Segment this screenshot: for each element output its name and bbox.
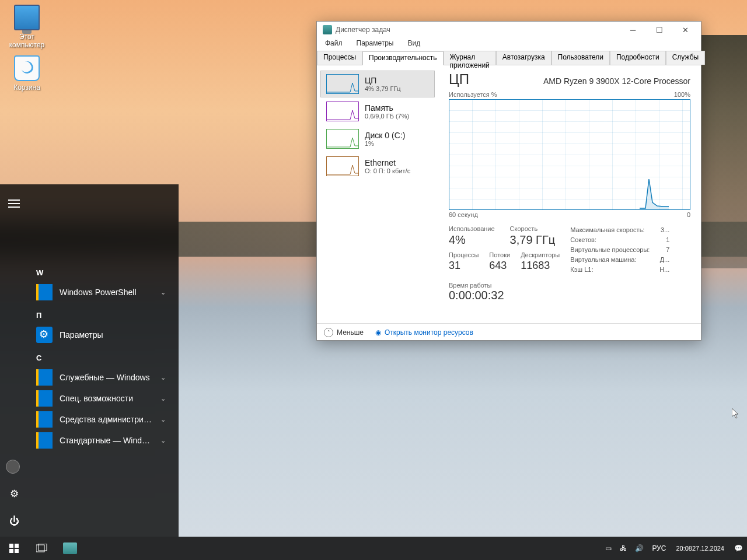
resource-name: ЦП — [365, 76, 401, 85]
start-menu-letter[interactable]: W — [36, 268, 170, 277]
desktop-icon-label: Корзина — [5, 83, 49, 92]
tabs-bar: ПроцессыПроизводительностьЖурнал приложе… — [317, 51, 701, 65]
mouse-cursor — [732, 408, 739, 419]
tab-Процессы[interactable]: Процессы — [317, 51, 362, 65]
start-button[interactable] — [0, 537, 28, 560]
chart-label-tl: Используется % — [449, 91, 497, 98]
tab-Производительность[interactable]: Производительность — [362, 51, 443, 65]
desktop-icon-this-pc[interactable]: Этот компьютер — [5, 5, 49, 49]
resource-ЦП[interactable]: ЦП4% 3,79 ГГц — [320, 71, 435, 97]
stat-block: Использование4% — [449, 225, 495, 247]
start-menu-item[interactable]: Параметры — [36, 324, 170, 345]
start-menu-item[interactable]: Стандартные — Windows⌄ — [36, 430, 170, 451]
cpu-properties: Максимальная скорость:3...Сокетов:1Вирту… — [570, 225, 669, 275]
resource-Ethernet[interactable]: EthernetО: 0 П: 0 кбит/с — [320, 153, 435, 180]
user-avatar-icon[interactable] — [6, 460, 20, 474]
chevron-down-icon: ⌄ — [160, 395, 166, 402]
chart-icon: ◉ — [375, 328, 381, 337]
desktop: Этот компьютер Корзина WWindows PowerShe… — [0, 0, 747, 560]
stat-value: 643 — [489, 260, 510, 272]
start-menu-item[interactable]: Спец. возможности⌄ — [36, 388, 170, 409]
property-key: Виртуальная машина: — [570, 255, 636, 265]
cpu-property-row: Сокетов:1 — [570, 235, 669, 245]
menu-item[interactable]: Вид — [405, 38, 423, 51]
cpu-model: AMD Ryzen 9 3900X 12-Core Processor — [543, 76, 690, 86]
stat-block: Скорость3,79 ГГц — [510, 225, 556, 247]
tray-language[interactable]: РУС — [648, 537, 670, 560]
chevron-down-icon: ⌄ — [160, 416, 166, 424]
stat-value: 3,79 ГГц — [510, 233, 556, 247]
resource-value: 0,6/9,0 ГБ (7%) — [365, 113, 409, 120]
folder-icon — [36, 432, 53, 449]
settings-icon[interactable]: ⚙ — [6, 485, 22, 502]
stat-value: 11683 — [521, 260, 560, 272]
resource-thumbnail — [326, 74, 359, 94]
chevron-down-icon: ⌄ — [160, 437, 166, 444]
resource-Диск 0 (C:)[interactable]: Диск 0 (C:)1% — [320, 125, 435, 152]
start-menu-letter[interactable]: С — [36, 354, 170, 362]
taskbar-app-taskmgr[interactable] — [56, 537, 84, 560]
resource-thumbnail — [326, 129, 359, 149]
stat-value: 31 — [449, 260, 479, 272]
menu-item[interactable]: Файл — [323, 38, 345, 51]
start-menu-item[interactable]: Средства администрировани...⌄ — [36, 409, 170, 430]
chart-label-br: 0 — [687, 211, 690, 218]
property-key: Кэш L1: — [570, 265, 593, 275]
property-value: 1 — [666, 235, 669, 245]
tray-clock[interactable]: 20:08 27.12.2024 — [670, 537, 730, 560]
titlebar[interactable]: Диспетчер задач ─ ☐ ✕ — [317, 22, 701, 38]
close-button[interactable]: ✕ — [672, 22, 699, 38]
windows-logo-icon — [9, 544, 19, 553]
folder-icon — [36, 369, 53, 386]
tray-notification-icon[interactable]: ▭ — [601, 537, 616, 560]
taskmgr-app-icon — [323, 25, 332, 34]
folder-icon — [36, 390, 53, 407]
taskbar: ▭ 🖧 🔊 РУС 20:08 27.12.2024 💬 — [0, 537, 747, 560]
start-menu-item-label: Средства администрировани... — [60, 415, 153, 424]
start-menu-item[interactable]: Служебные — Windows⌄ — [36, 367, 170, 388]
minimize-button[interactable]: ─ — [620, 22, 646, 38]
tray-date: 27.12.2024 — [692, 544, 724, 552]
start-menu-item[interactable]: Windows PowerShell⌄ — [36, 282, 170, 303]
task-view-button[interactable] — [28, 537, 56, 560]
start-menu-item-label: Стандартные — Windows — [60, 436, 153, 445]
tray-volume-icon[interactable]: 🔊 — [631, 537, 648, 560]
menu-item[interactable]: Параметры — [354, 38, 396, 51]
start-menu: WWindows PowerShell⌄ППараметрыССлужебные… — [0, 184, 179, 537]
chart-line — [640, 174, 669, 209]
stat-block: Потоки643 — [489, 251, 510, 272]
maximize-button[interactable]: ☐ — [646, 22, 672, 38]
cpu-usage-chart — [449, 99, 690, 210]
tab-Службы[interactable]: Службы — [666, 51, 705, 65]
property-key: Сокетов: — [570, 235, 596, 245]
stat-label: Скорость — [510, 225, 556, 232]
chart-label-bl: 60 секунд — [449, 211, 478, 218]
monitor-icon — [14, 5, 40, 30]
tab-Пользователи[interactable]: Пользователи — [551, 51, 610, 65]
tab-Автозагрузка[interactable]: Автозагрузка — [496, 51, 551, 65]
stat-value: 4% — [449, 233, 495, 247]
desktop-icon-recycle-bin[interactable]: Корзина — [5, 55, 49, 92]
chevron-up-icon: ˄ — [324, 328, 333, 337]
recycle-bin-icon — [14, 55, 40, 81]
hamburger-icon[interactable] — [8, 200, 20, 208]
resource-value: 1% — [365, 140, 405, 147]
uptime-value: 0:00:00:32 — [449, 289, 690, 302]
tray-time: 20:08 — [676, 544, 692, 552]
tray-network-icon[interactable]: 🖧 — [616, 537, 631, 560]
menubar: ФайлПараметрыВид — [317, 38, 701, 51]
start-menu-item-label: Служебные — Windows — [60, 373, 150, 382]
resource-Память[interactable]: Память0,6/9,0 ГБ (7%) — [320, 98, 435, 125]
open-resource-monitor-link[interactable]: ◉ Открыть монитор ресурсов — [375, 328, 473, 337]
chevron-down-icon: ⌄ — [160, 374, 166, 382]
fewer-details-button[interactable]: ˄ Меньше — [324, 328, 364, 337]
start-menu-item-label: Спец. возможности — [60, 394, 133, 403]
tab-Журнал приложений[interactable]: Журнал приложений — [444, 51, 496, 65]
action-center-icon[interactable]: 💬 — [730, 537, 747, 560]
tab-Подробности[interactable]: Подробности — [610, 51, 666, 65]
window-title: Диспетчер задач — [336, 26, 620, 34]
resource-name: Память — [365, 103, 409, 113]
start-menu-letter[interactable]: П — [36, 311, 170, 320]
task-manager-window: Диспетчер задач ─ ☐ ✕ ФайлПараметрыВид П… — [316, 21, 701, 341]
power-icon[interactable]: ⏻ — [6, 513, 22, 530]
